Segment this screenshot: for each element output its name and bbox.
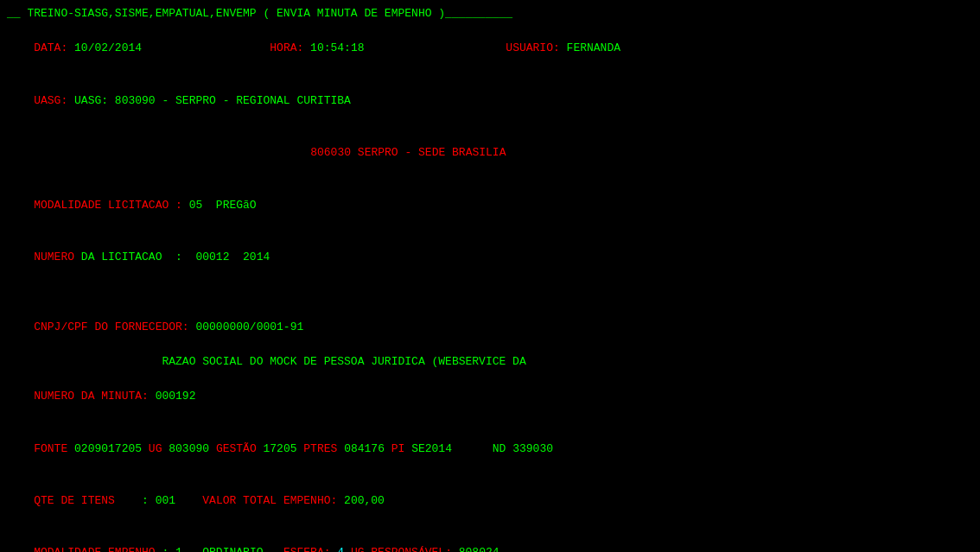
blank1 [7, 283, 973, 301]
fonte-text6: ND [452, 442, 512, 455]
spacer1 [142, 41, 270, 54]
fonte-text2: UG [142, 442, 169, 455]
label-data: DATA: [34, 41, 67, 54]
header-line: __ TREINO-SIASG,SISME,EMPATUAL,ENVEMP ( … [7, 5, 973, 22]
value-usuario: FERNANDA [560, 41, 620, 54]
uasg-line2: 806030 SERPRO - SEDE BRASILIA [7, 127, 973, 179]
numero-lic-text: DA LICITACAO : [81, 251, 189, 263]
uasg-value2: 806030 SERPRO - SEDE BRASILIA [310, 146, 506, 159]
modalidade-value: 05 PREGãO [182, 199, 257, 212]
mod-emp-line: MODALIDADE EMPENHO : 1 - ORDINARIO ESFER… [7, 527, 973, 552]
qte-line: QTE DE ITENS : 001 VALOR TOTAL EMPENHO: … [7, 475, 973, 527]
uasg-line1: UASG: UASG: 803090 - SERPRO - REGIONAL C… [7, 75, 973, 127]
cnpj-label: CNPJ/CPF DO FORNECEDOR: [34, 320, 188, 333]
numero-lic-label: NUMERO [34, 251, 81, 263]
qte-text2: VALOR TOTAL EMPENHO: [175, 494, 337, 507]
mod-emp-val1: 1 - ORDINARIO [169, 546, 263, 552]
num-minuta-value: 000192 [149, 390, 196, 403]
value-hora: 10:54:18 [303, 41, 364, 54]
qte-label: QTE DE ITENS [34, 494, 115, 507]
label-usuario: USUARIO: [506, 41, 559, 54]
num-minuta-label: NUMERO DA MINUTA: [34, 390, 149, 403]
qte-val2: 200,00 [337, 494, 385, 507]
numero-lic-line: NUMERO DA LICITACAO : 00012 2014 [7, 232, 973, 283]
cnpj-line: CNPJ/CPF DO FORNECEDOR: 00000000/0001-91 [7, 301, 973, 352]
uasg-label: UASG: [34, 94, 74, 107]
fonte-text5: PI [385, 442, 411, 455]
cnpj-value: 00000000/0001-91 [189, 320, 304, 333]
mod-emp-sep: : [156, 546, 169, 552]
label-hora: HORA: [270, 41, 303, 54]
fonte-val6: 339030 [512, 442, 553, 455]
modalidade-label: MODALIDADE LICITACAO : [34, 199, 182, 212]
mod-emp-val2: 4 [331, 546, 345, 552]
fonte-val3: 17205 [264, 442, 297, 455]
screen-container: __ TREINO-SIASG,SISME,EMPATUAL,ENVEMP ( … [7, 5, 973, 552]
numero-lic-value: 00012 2014 [189, 251, 270, 263]
fonte-val2: 803090 [169, 442, 209, 455]
fonte-val1: 0209017205 [74, 442, 142, 455]
num-minuta-line: NUMERO DA MINUTA: 000192 [7, 371, 973, 422]
mod-emp-label: MODALIDADE EMPENHO [34, 546, 155, 552]
data-hora-line: DATA: 10/02/2014 HORA: 10:54:18 USUARIO:… [7, 22, 973, 74]
fonte-text4: PTRES [297, 442, 345, 455]
mod-emp-val3: 808024 [452, 546, 500, 552]
modalidade-line: MODALIDADE LICITACAO : 05 PREGãO [7, 179, 973, 231]
mod-emp-text2: ESFERA: [263, 546, 330, 552]
fonte-text1: FONTE [34, 442, 74, 455]
mod-emp-text3: UG RESPONSÁVEL: [344, 546, 452, 552]
fonte-val4: 084176 [344, 442, 385, 455]
value-data: 10/02/2014 [67, 41, 142, 54]
fonte-line: FONTE 0209017205 UG 803090 GESTÃO 17205 … [7, 422, 973, 474]
spacer2 [365, 41, 506, 54]
qte-val1: 001 [149, 494, 175, 507]
razao-social-line: RAZAO SOCIAL DO MOCK DE PESSOA JURIDICA … [7, 353, 973, 371]
fonte-val5: SE2014 [411, 442, 452, 455]
fonte-text3: GESTÃO [209, 442, 263, 455]
uasg-value1: UASG: 803090 - SERPRO - REGIONAL CURITIB… [74, 94, 351, 107]
qte-sep: : [115, 494, 149, 507]
